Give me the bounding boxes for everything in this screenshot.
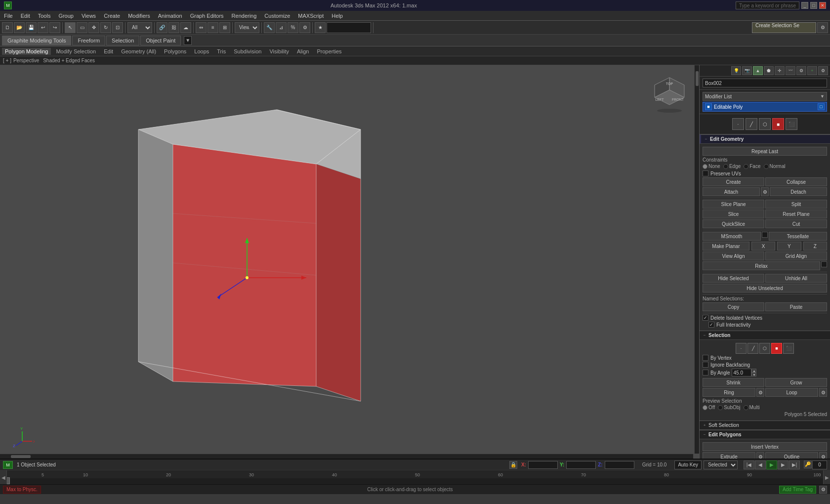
tb-open[interactable]: 📂 — [14, 22, 25, 33]
create-selection-btn[interactable]: Create Selection Se — [752, 22, 816, 33]
create-btn[interactable]: Create — [703, 177, 764, 186]
subobj-vertex[interactable]: · — [732, 118, 744, 130]
full-interactivity-check[interactable] — [708, 322, 714, 328]
add-time-tag-btn[interactable]: Add Time Tag — [779, 486, 816, 494]
preview-subobj[interactable]: SubObj — [718, 405, 740, 410]
tb-spinner-snap[interactable]: ⚙ — [299, 22, 310, 33]
ignore-backfacing-check[interactable] — [703, 362, 708, 368]
collapse-btn[interactable]: Collapse — [765, 177, 827, 186]
quickslice-btn[interactable]: QuickSlice — [703, 219, 764, 228]
menu-rendering[interactable]: Rendering — [228, 12, 261, 20]
tb-angle-snap[interactable]: ⊿ — [276, 22, 287, 33]
attach-settings-btn[interactable]: ⚙ — [761, 187, 769, 196]
tb-redo[interactable]: ↪ — [49, 22, 60, 33]
selection-header[interactable]: − Selection — [700, 331, 830, 340]
relax-btn[interactable]: Relax — [703, 261, 820, 270]
subtab-loops[interactable]: Loops — [191, 48, 212, 55]
menu-edit[interactable]: Edit — [17, 12, 34, 20]
constraint-normal-radio[interactable] — [764, 164, 769, 169]
modifier-row[interactable]: ■ Editable Poly □ — [703, 102, 827, 112]
edit-polygons-header[interactable]: − Edit Polygons — [700, 430, 830, 439]
hscroll-thumb[interactable] — [11, 455, 31, 458]
tb-array[interactable]: ⊞ — [219, 22, 230, 33]
preview-multi-radio[interactable] — [744, 405, 748, 410]
z-value[interactable] — [605, 461, 634, 469]
tb-mirror[interactable]: ⇔ — [196, 22, 207, 33]
subtab-subdivision[interactable]: Subdivision — [231, 48, 264, 55]
msmooth-btn[interactable]: MSmooth — [703, 232, 761, 241]
loop-btn[interactable]: Loop — [765, 388, 818, 397]
tb-view-dropdown[interactable]: View — [235, 22, 259, 33]
planar-z-btn[interactable]: Z — [803, 242, 827, 251]
reset-plane-btn[interactable]: Reset Plane — [765, 210, 827, 218]
constraint-edge-radio[interactable] — [723, 164, 728, 169]
selected-dropdown[interactable]: Selected — [704, 461, 738, 469]
paste-btn[interactable]: Paste — [765, 302, 827, 311]
by-angle-down[interactable]: ▼ — [751, 373, 756, 377]
tb-save[interactable]: 💾 — [26, 22, 37, 33]
tb-bind[interactable]: ☁ — [180, 22, 191, 33]
max-to-physx-btn[interactable]: Max to Physc. — [3, 486, 41, 494]
msmooth-check[interactable] — [762, 232, 768, 238]
split-btn[interactable]: Split — [765, 200, 827, 209]
shrink-btn[interactable]: Shrink — [703, 378, 764, 387]
tb-next-frame[interactable]: ▶ — [778, 461, 788, 469]
menu-customize[interactable]: Customize — [260, 12, 294, 20]
subtab-align[interactable]: Align — [294, 48, 312, 55]
maximize-btn[interactable]: □ — [810, 2, 817, 9]
viewport[interactable]: TOP LEFT FRONT X Y Z — [0, 65, 699, 459]
preview-multi[interactable]: Multi — [744, 405, 760, 410]
sel-icon-border[interactable]: ⬡ — [759, 343, 770, 354]
rp-icon-spacewarp[interactable]: 〰 — [786, 66, 795, 75]
close-btn[interactable]: ✕ — [819, 2, 826, 9]
tb-align[interactable]: ≡ — [208, 22, 218, 33]
preview-subobj-radio[interactable] — [718, 405, 723, 410]
soft-selection-header[interactable]: + Soft Selection — [700, 420, 830, 430]
tb-undo[interactable]: ↩ — [38, 22, 48, 33]
menu-modifiers[interactable]: Modifiers — [124, 12, 154, 20]
menu-group[interactable]: Group — [54, 12, 78, 20]
vp-vscroll[interactable] — [694, 65, 699, 454]
outline-settings-btn[interactable]: ⚙ — [819, 452, 827, 459]
tb-prev-frame[interactable]: ◀ — [755, 461, 766, 469]
menu-animation[interactable]: Animation — [154, 12, 186, 20]
tb-new[interactable]: 🗋 — [2, 22, 13, 33]
tessellate-btn[interactable]: Tessellate — [769, 232, 827, 241]
tb-link[interactable]: 🔗 — [157, 22, 167, 33]
ring-btn[interactable]: Ring — [703, 388, 755, 397]
subtab-edit[interactable]: Edit — [101, 48, 116, 55]
constraint-none[interactable]: None — [703, 164, 720, 169]
tb-play-end[interactable]: ▶| — [789, 461, 800, 469]
copy-btn[interactable]: Copy — [703, 302, 764, 311]
tab-freeform[interactable]: Freeform — [72, 36, 105, 45]
planar-x-btn[interactable]: X — [751, 242, 775, 251]
slice-btn[interactable]: Slice — [703, 210, 764, 218]
extrude-settings-btn[interactable]: ⚙ — [756, 452, 764, 459]
tb-select-region[interactable]: ▭ — [77, 22, 87, 33]
rp-icon-geo[interactable]: ▲ — [753, 66, 763, 75]
constraint-face-radio[interactable] — [744, 164, 748, 169]
preserve-uvs-check[interactable] — [703, 170, 708, 176]
tl-left-arrow[interactable]: ◀ — [0, 470, 7, 484]
tb-unlink[interactable]: ⛓ — [168, 22, 179, 33]
time-slider-track[interactable]: 5 10 20 30 40 50 60 70 80 90 100 0 — [0, 470, 830, 484]
cut-btn[interactable]: Cut — [765, 219, 827, 228]
subtab-polygons[interactable]: Polygons — [161, 48, 189, 55]
titlebar-controls[interactable]: Type a keyword or phrase _ □ ✕ — [736, 1, 826, 9]
rp-icon-add[interactable]: + — [807, 66, 817, 75]
menu-file[interactable]: File — [0, 12, 17, 20]
preview-off-radio[interactable] — [703, 405, 707, 410]
subobj-polygon[interactable]: ■ — [772, 118, 784, 130]
rp-icon-helper[interactable]: ✛ — [775, 66, 785, 75]
vscroll-thumb[interactable] — [696, 71, 699, 86]
tb-play[interactable]: ▶ — [766, 461, 777, 469]
insert-vertex-btn[interactable]: Insert Vertex — [703, 442, 827, 451]
repeat-last-btn[interactable]: Repeat Last — [703, 147, 827, 156]
modifier-list-dropdown[interactable]: Modifier List ▼ — [703, 92, 827, 101]
subobj-element[interactable]: ⬛ — [786, 118, 797, 130]
menu-help[interactable]: Help — [328, 12, 347, 20]
subtab-geometry-all[interactable]: Geometry (All) — [118, 48, 159, 55]
detach-btn[interactable]: Detach — [770, 187, 827, 196]
tb-scale[interactable]: ⊡ — [112, 22, 123, 33]
subtab-modify-selection[interactable]: Modify Selection — [53, 48, 99, 55]
